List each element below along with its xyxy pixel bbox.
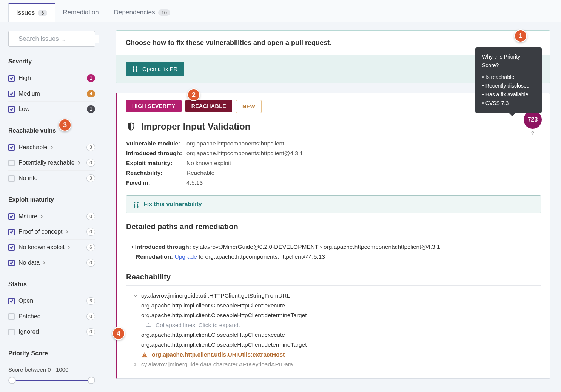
search-box[interactable] <box>8 31 95 47</box>
tooltip-line: • Is reachable <box>482 73 535 82</box>
filter-heading-exploit: Exploit maturity <box>8 196 95 207</box>
checkbox[interactable] <box>8 160 15 166</box>
tab-remediation[interactable]: Remediation <box>55 3 106 22</box>
filter-heading-severity: Severity <box>8 58 95 69</box>
reachability-path: org.apache.http.impl.client.CloseableHtt… <box>141 332 285 338</box>
reachability-row[interactable]: cy.alavrov.jminerguide.util.HTTPClient:g… <box>133 291 541 301</box>
slider-handle-max[interactable] <box>88 377 95 384</box>
checkbox[interactable] <box>8 144 15 151</box>
shield-icon <box>126 122 136 131</box>
filter-item[interactable]: High1 <box>8 71 95 86</box>
button-label: Open a fix PR <box>142 66 177 72</box>
meta-key: Reachability: <box>126 170 186 176</box>
warning-icon <box>141 351 148 358</box>
filter-label: Low <box>18 106 87 113</box>
remediation-label: Remediation: <box>136 253 174 260</box>
filter-label: No data <box>18 259 86 266</box>
filter-item[interactable]: No info3 <box>8 171 95 186</box>
filter-item[interactable]: Open6 <box>8 293 95 309</box>
checkbox[interactable] <box>8 75 15 82</box>
meta-value: org.apache.httpcomponents:httpclient <box>186 140 284 147</box>
count-pill: 6 <box>86 244 95 251</box>
checkbox[interactable] <box>8 244 15 251</box>
chevron-right-icon <box>67 245 71 249</box>
meta-row: Reachability:Reachable <box>126 168 541 178</box>
tab-count-badge: 10 <box>158 9 170 16</box>
count-pill: 1 <box>87 105 95 113</box>
expand-icon <box>146 322 152 328</box>
chevron-right-icon <box>65 230 69 234</box>
tab-issues[interactable]: Issues 6 <box>8 3 55 22</box>
fix-vulnerability-link[interactable]: Fix this vulnerability <box>126 195 541 213</box>
tag-severity-high: HIGH SEVERITY <box>126 100 182 112</box>
filter-label: Patched <box>18 313 86 320</box>
checkbox[interactable] <box>8 298 15 304</box>
filter-heading-status: Status <box>8 281 95 292</box>
intro-value: cy.alavrov:JMinerGuide@0.2.0-DEVELOPMENT… <box>193 244 440 250</box>
slider-handle-min[interactable] <box>8 377 16 384</box>
reachability-row: org.apache.http.impl.client.CloseableHtt… <box>141 310 541 320</box>
filter-item[interactable]: Potentially reachable0 <box>8 155 95 171</box>
open-fix-pr-button[interactable]: Open a fix PR <box>126 62 184 76</box>
checkbox[interactable] <box>8 213 15 220</box>
upgrade-link[interactable]: Upgrade <box>174 253 197 260</box>
checkbox[interactable] <box>8 229 15 235</box>
filter-item[interactable]: No known exploit6 <box>8 240 95 255</box>
count-pill: 4 <box>87 90 95 97</box>
vulnerability-hit-row[interactable]: org.apache.http.client.utils.URIUtils:ex… <box>141 350 541 360</box>
filter-item[interactable]: No data0 <box>8 255 95 270</box>
meta-key: Exploit maturity: <box>126 160 186 167</box>
reachability-row: org.apache.http.impl.client.CloseableHtt… <box>141 340 541 350</box>
score-value: 723 <box>524 111 542 129</box>
search-input[interactable] <box>18 35 99 43</box>
filter-label: Open <box>18 298 86 304</box>
reachability-path: cy.alavrov.jminerguide.data.character.AP… <box>141 361 293 368</box>
filter-item[interactable]: Proof of concept0 <box>8 224 95 240</box>
filter-heading-priority: Priority Score <box>8 350 95 361</box>
tab-count-badge: 6 <box>38 10 47 16</box>
priority-score-badge[interactable]: 723 ? <box>524 111 542 136</box>
tab-dependencies[interactable]: Dependencies 10 <box>106 3 178 22</box>
reachability-row[interactable]: cy.alavrov.jminerguide.data.character.AP… <box>133 360 541 369</box>
checkbox[interactable] <box>8 106 15 113</box>
reachability-path: org.apache.http.impl.client.CloseableHtt… <box>141 302 285 309</box>
count-pill: 1 <box>87 74 95 82</box>
reachability-path: org.apache.http.impl.client.CloseableHtt… <box>141 341 307 348</box>
filter-item[interactable]: Patched0 <box>8 309 95 324</box>
priority-slider[interactable] <box>8 377 95 384</box>
collapsed-lines[interactable]: Collapsed lines. Click to expand. <box>146 320 541 330</box>
annotation-1: 1 <box>514 29 527 42</box>
annotation-2: 2 <box>187 88 200 101</box>
filter-heading-reachable: Reachable vulns <box>8 127 95 138</box>
checkbox[interactable] <box>8 175 15 182</box>
meta-row: Introduced through:org.apache.httpcompon… <box>126 148 541 158</box>
filter-item[interactable]: Low1 <box>8 102 95 117</box>
checkbox[interactable] <box>8 329 15 335</box>
tab-label: Remediation <box>63 9 99 16</box>
filter-item[interactable]: Medium4 <box>8 86 95 102</box>
checkbox[interactable] <box>8 260 15 266</box>
tooltip-line: • Has a fix available <box>482 90 535 99</box>
filter-item[interactable]: Reachable3 <box>8 140 95 155</box>
help-icon[interactable]: ? <box>531 130 534 136</box>
chevron-right-icon <box>133 362 137 367</box>
tag-new: NEW <box>236 100 262 113</box>
checkbox[interactable] <box>8 91 15 97</box>
priority-tooltip: Why this Priority Score? • Is reachable … <box>475 47 542 113</box>
filter-item[interactable]: Mature0 <box>8 209 95 224</box>
tooltip-line: • CVSS 7.3 <box>482 99 535 108</box>
meta-key: Vulnerable module: <box>126 140 186 147</box>
chevron-right-icon <box>40 215 43 218</box>
filter-label: Medium <box>18 90 87 97</box>
pull-request-icon <box>133 66 139 72</box>
tabs-bar: Issues 6 Remediation Dependencies 10 <box>0 0 561 22</box>
reachability-path: cy.alavrov.jminerguide.util.HTTPClient:g… <box>141 292 290 299</box>
count-pill: 6 <box>86 297 95 305</box>
reachability-row: org.apache.http.impl.client.CloseableHtt… <box>141 330 541 340</box>
meta-row: Vulnerable module:org.apache.httpcompone… <box>126 139 541 148</box>
meta-value: No known exploit <box>186 160 231 167</box>
filter-item[interactable]: Ignored0 <box>8 324 95 340</box>
chevron-right-icon <box>50 145 54 149</box>
checkbox[interactable] <box>8 313 15 320</box>
remediation-rest: to org.apache.httpcomponents:httpclient@… <box>197 253 325 260</box>
